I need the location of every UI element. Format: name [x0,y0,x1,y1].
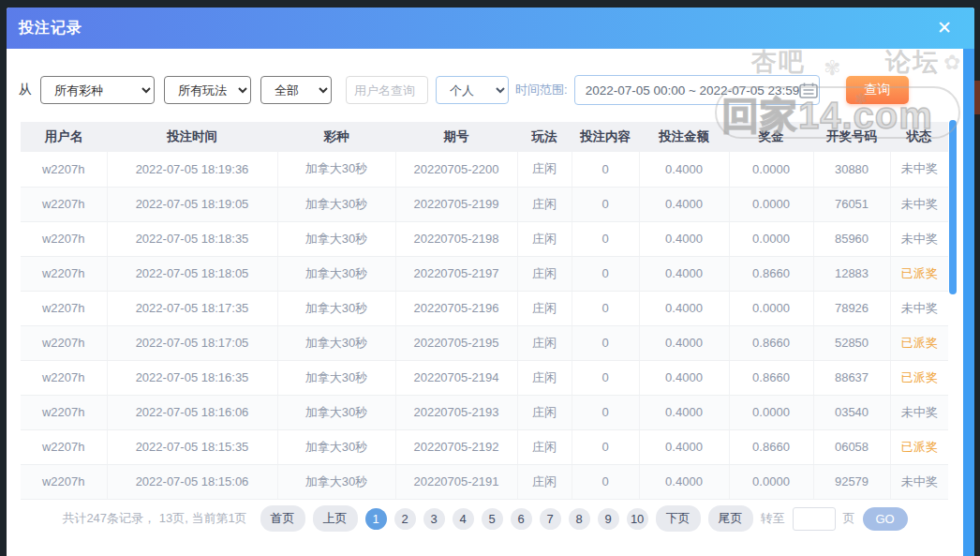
table-cell: 92579 [813,464,890,499]
table-cell: 庄闲 [517,291,572,325]
table-cell: 2022-07-05 18:17:05 [107,325,277,360]
page-number-button[interactable]: 3 [423,508,445,530]
go-button[interactable]: GO [863,507,908,531]
table-cell: w2207h [21,360,107,395]
table-cell: 0 [572,291,639,325]
column-header: 玩法 [517,122,572,152]
table-cell: 2022-07-05 18:17:35 [107,291,277,325]
table-cell: 20220705-2197 [395,256,517,291]
table-cell: 0 [572,152,639,187]
table-cell: w2207h [21,325,107,360]
table-row: w2207h2022-07-05 18:19:05加拿大30秒20220705-… [21,187,948,221]
table-cell: 0.0000 [729,395,813,429]
table-scrollbar-thumb[interactable] [949,120,957,294]
table-row: w2207h2022-07-05 18:18:35加拿大30秒20220705-… [21,221,948,256]
page-number-button[interactable]: 7 [540,508,561,530]
table-row: w2207h2022-07-05 18:16:35加拿大30秒20220705-… [21,360,948,395]
pagination-bar: 共计247条记录， 13页, 当前第1页 首页 上页 12345678910 下… [7,505,963,532]
table-cell: 加拿大30秒 [277,152,395,187]
table-cell: 0.0000 [729,187,813,221]
column-header: 投注内容 [572,122,639,152]
table-cell: w2207h [21,152,107,187]
table-cell: 06058 [813,429,890,464]
table-cell: 加拿大30秒 [277,325,395,360]
table-cell: 0.4000 [639,325,729,360]
table-cell: 0.8660 [729,256,813,291]
close-icon[interactable]: ✕ [937,8,952,49]
page-number-button[interactable]: 8 [569,508,590,530]
table-row: w2207h2022-07-05 18:16:06加拿大30秒20220705-… [21,395,948,429]
last-page-button[interactable]: 尾页 [708,505,753,532]
table-cell: 20220705-2196 [395,291,517,325]
page-number-button[interactable]: 6 [511,508,532,530]
table-cell: 庄闲 [517,464,572,499]
column-header: 投注金额 [639,122,729,152]
next-page-button[interactable]: 下页 [656,505,701,532]
page-number-button[interactable]: 9 [598,508,619,530]
table-cell: 85960 [813,221,890,256]
column-header: 状态 [890,122,948,152]
page-unit-label: 页 [843,510,855,527]
table-cell: 加拿大30秒 [277,395,395,429]
table-cell: 庄闲 [517,187,572,221]
table-cell: 0.4000 [639,152,729,187]
table-cell: 加拿大30秒 [277,221,395,256]
table-cell: 20220705-2192 [395,429,517,464]
table-cell: w2207h [21,395,107,429]
table-cell: 2022-07-05 18:18:05 [107,256,277,291]
table-cell: w2207h [21,429,107,464]
page-number-button[interactable]: 4 [453,508,474,530]
table-cell: 2022-07-05 18:15:06 [107,464,277,499]
table-cell: 88637 [813,360,890,395]
table-cell: 加拿大30秒 [277,464,395,499]
table-cell: 庄闲 [517,152,572,187]
table-cell: w2207h [21,256,107,291]
background-button-sliver [974,81,980,114]
status-cell: 已派奖 [890,429,948,464]
table-cell: 0.4000 [639,464,729,499]
scope-select[interactable]: 全部 [260,76,332,104]
goto-page-input[interactable] [793,507,836,531]
table-cell: 20220705-2200 [395,152,517,187]
table-cell: 0.0000 [729,221,813,256]
username-search-input[interactable] [346,76,428,104]
table-cell: 0.4000 [639,187,729,221]
table-row: w2207h2022-07-05 18:19:36加拿大30秒20220705-… [21,152,948,187]
table-cell: 庄闲 [517,429,572,464]
modal-scrollbar[interactable] [963,49,974,556]
search-button[interactable]: 查询 [846,76,909,104]
table-cell: 0.4000 [639,291,729,325]
lottery-type-select[interactable]: 所有彩种 [40,76,155,104]
time-range-label: 时间范围: [515,82,568,98]
table-cell: 0.8660 [729,325,813,360]
page-number-button[interactable]: 10 [627,508,648,530]
person-select[interactable]: 个人 [436,76,509,104]
table-cell: 0.4000 [639,256,729,291]
table-cell: 庄闲 [517,395,572,429]
table-cell: 加拿大30秒 [277,360,395,395]
page-number-button[interactable]: 2 [394,508,416,530]
column-header: 奖金 [729,122,813,152]
table-cell: 0 [572,464,639,499]
watermark-text: 杏吧 [751,45,806,79]
table-cell: 20220705-2199 [395,187,517,221]
page-number-button[interactable]: 5 [482,508,503,530]
table-row: w2207h2022-07-05 18:17:05加拿大30秒20220705-… [21,325,948,360]
table-cell: 20220705-2191 [395,464,517,499]
prev-page-button[interactable]: 上页 [313,505,358,532]
calendar-icon[interactable] [799,83,818,98]
page-title: 投注记录 [19,8,82,49]
first-page-button[interactable]: 首页 [260,505,305,532]
page-background: 投注记录 ✕ 从 所有彩种 所有玩法 全部 个人 时间范围: 2022-07-0… [0,0,980,556]
table-cell: 庄闲 [517,221,572,256]
date-range-input[interactable]: 2022-07-05 00:00 ~ 2022-07-05 23:59 [574,75,820,105]
play-type-select[interactable]: 所有玩法 [164,76,251,104]
status-cell: 未中奖 [890,152,948,187]
table-cell: 0 [572,429,639,464]
table-cell: 2022-07-05 18:18:35 [107,221,277,256]
table-cell: 52850 [813,325,890,360]
page-number-button[interactable]: 1 [365,508,387,530]
table-cell: 0 [572,325,639,360]
table-cell: 03540 [813,395,890,429]
table-cell: 20220705-2198 [395,221,517,256]
